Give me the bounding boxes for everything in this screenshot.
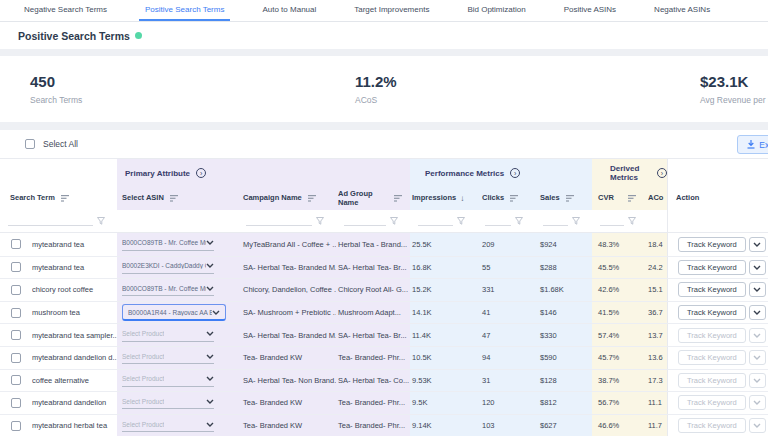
impressions-value: 15.2K	[412, 285, 432, 294]
asin-select[interactable]: B0000A1R44 - Rayovac AA Ba...	[122, 304, 226, 321]
stat-value: 450	[30, 73, 82, 90]
row-checkbox[interactable]	[11, 262, 21, 272]
row-checkbox[interactable]	[11, 421, 21, 431]
stat-value: 11.2%	[355, 73, 397, 90]
asin-select[interactable]: Select Product	[122, 419, 214, 432]
tab-positive-asins[interactable]: Positive ASINs	[558, 0, 622, 21]
row-checkbox[interactable]	[11, 398, 21, 408]
filter-icon[interactable]	[390, 217, 398, 225]
sort-icon[interactable]	[566, 195, 574, 202]
asin-select[interactable]: Select Product	[122, 351, 214, 364]
stat-search-terms: 450Search Terms	[30, 73, 82, 105]
sort-icon[interactable]	[61, 195, 69, 202]
sales-filter-input[interactable]	[543, 216, 568, 226]
sort-icon[interactable]	[170, 195, 178, 202]
group-derived-label: Derived Metrics	[610, 164, 651, 182]
expand-columns-icon[interactable]: ›	[657, 168, 667, 178]
track-keyword-dropdown[interactable]	[749, 373, 766, 388]
tab-bid-optimization[interactable]: Bid Optimization	[461, 0, 531, 21]
track-keyword-button[interactable]: Track Keyword	[678, 350, 746, 365]
tab-negative-search-terms[interactable]: Negative Search Terms	[18, 0, 113, 21]
filter-icon[interactable]	[316, 217, 324, 225]
campaign-value: SA- Herbal Tea- Non Brand...	[243, 376, 336, 385]
track-keyword-button[interactable]: Track Keyword	[678, 395, 746, 410]
header-search-term: Search Term	[10, 194, 55, 202]
asin-value: B0000A1R44 - Rayovac AA Ba...	[128, 309, 212, 316]
filter-icon[interactable]	[515, 217, 523, 225]
group-performance-metrics: Performance Metrics ›	[410, 159, 592, 187]
export-button[interactable]: Exp	[737, 135, 768, 154]
tab-target-improvements[interactable]: Target Improvements	[348, 0, 435, 21]
filter-icon[interactable]	[97, 217, 105, 225]
filter-icon[interactable]	[572, 217, 580, 225]
acos-value: 17.3	[648, 376, 663, 385]
track-keyword-button[interactable]: Track Keyword	[678, 373, 746, 388]
asin-select[interactable]: B0002E3KDI - CaddyDaddy G...	[122, 261, 214, 274]
track-keyword-dropdown[interactable]	[749, 305, 766, 320]
chevron-down-icon	[206, 376, 214, 381]
track-keyword-dropdown[interactable]	[749, 237, 766, 252]
asin-select[interactable]: Select Product	[122, 396, 214, 409]
track-keyword-dropdown[interactable]	[749, 350, 766, 365]
campaign-filter-input[interactable]	[246, 216, 312, 226]
track-keyword-button[interactable]: Track Keyword	[678, 260, 746, 275]
sort-icon[interactable]	[510, 195, 518, 202]
clicks-filter-input[interactable]	[485, 216, 511, 226]
track-keyword-dropdown[interactable]	[749, 395, 766, 410]
asin-select[interactable]: Select Product	[122, 374, 214, 387]
info-icon[interactable]	[135, 32, 142, 39]
impressions-filter-input[interactable]	[418, 216, 453, 226]
expand-columns-icon[interactable]: ›	[196, 168, 206, 178]
header-campaign-name: Campaign Name	[243, 194, 302, 202]
header-acos: ACo	[648, 194, 663, 202]
row-checkbox[interactable]	[11, 353, 21, 363]
row-checkbox[interactable]	[11, 308, 21, 318]
expand-columns-icon[interactable]: ›	[510, 168, 520, 178]
track-keyword-dropdown[interactable]	[749, 260, 766, 275]
track-keyword-dropdown[interactable]	[749, 418, 766, 433]
asin-select[interactable]: B000CO89TB - Mr. Coffee Mu...	[122, 238, 214, 251]
asin-value: Select Product	[122, 421, 164, 428]
search-term-filter-input[interactable]	[8, 216, 93, 226]
sort-desc-icon[interactable]: ↓	[460, 194, 464, 203]
ad-group-filter-input[interactable]	[344, 216, 386, 226]
track-keyword-button[interactable]: Track Keyword	[678, 237, 746, 252]
sort-icon[interactable]	[628, 195, 636, 202]
chevron-down-icon	[206, 286, 214, 291]
track-keyword-dropdown[interactable]	[749, 282, 766, 297]
cvr-filter-input[interactable]	[600, 216, 624, 226]
sales-value: $627	[540, 421, 557, 430]
table-row: myteabrand dandelion Select Product Tea-…	[0, 391, 768, 414]
track-keyword-dropdown[interactable]	[749, 328, 766, 343]
group-primary-label: Primary Attribute	[125, 169, 190, 178]
track-keyword-button[interactable]: Track Keyword	[678, 305, 746, 320]
chevron-down-icon	[206, 263, 214, 268]
asin-select[interactable]: Select Product	[122, 329, 214, 342]
ad-group-value: SA- Herbal Tea- Br...	[338, 331, 407, 340]
row-checkbox[interactable]	[11, 330, 21, 340]
tab-positive-search-terms[interactable]: Positive Search Terms	[139, 0, 230, 21]
row-checkbox[interactable]	[11, 375, 21, 385]
table-row: myteabrand tea B000CO89TB - Mr. Coffee M…	[0, 233, 768, 256]
tab-auto-to-manual[interactable]: Auto to Manual	[256, 0, 322, 21]
asin-select[interactable]: B000CO89TB - Mr. Coffee Mu...	[122, 283, 214, 296]
sales-value: $128	[540, 376, 557, 385]
clicks-value: 94	[482, 353, 490, 362]
track-keyword-button[interactable]: Track Keyword	[678, 328, 746, 343]
sort-icon[interactable]	[308, 195, 316, 202]
tab-negative-asins[interactable]: Negative ASINs	[648, 0, 716, 21]
row-checkbox[interactable]	[11, 285, 21, 295]
track-keyword-button[interactable]: Track Keyword	[678, 282, 746, 297]
ad-group-value: Herbal Tea - Brand...	[338, 240, 407, 249]
sort-icon[interactable]	[394, 195, 402, 202]
select-all-checkbox[interactable]	[25, 139, 35, 149]
row-checkbox[interactable]	[11, 239, 21, 249]
acos-value: 13.6	[648, 353, 663, 362]
track-keyword-button[interactable]: Track Keyword	[678, 418, 746, 433]
filter-icon[interactable]	[628, 217, 636, 225]
filter-icon[interactable]	[457, 217, 465, 225]
chevron-down-icon	[212, 310, 220, 315]
search-term-value: myteabrand tea	[32, 240, 84, 249]
ad-group-value: Tea- Branded- Phr...	[338, 398, 405, 407]
table-row: chicory root coffee B000CO89TB - Mr. Cof…	[0, 278, 768, 301]
